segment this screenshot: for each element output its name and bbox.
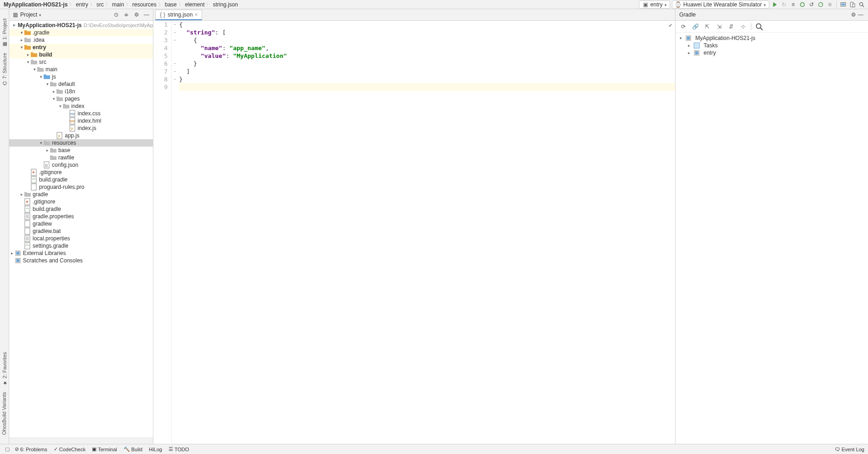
- status-terminal[interactable]: ▣Terminal: [92, 446, 117, 452]
- tool-window-project[interactable]: ▦1: Project: [1, 18, 7, 47]
- tree-arrow-icon[interactable]: ▸: [45, 148, 50, 153]
- tree-item[interactable]: .gitignore: [9, 198, 153, 205]
- tree-arrow-icon[interactable]: ▾: [39, 141, 43, 145]
- tree-arrow-icon[interactable]: ▾: [39, 74, 43, 79]
- gradle-item[interactable]: ▸entry: [678, 49, 865, 57]
- tree-item[interactable]: ▸base: [9, 147, 153, 154]
- tree-arrow-icon[interactable]: ▸: [19, 38, 24, 42]
- tree-item[interactable]: ▾.gradle: [9, 29, 153, 36]
- tree-item[interactable]: gradlew.bat: [9, 227, 153, 235]
- stop-icon[interactable]: [826, 1, 834, 8]
- tree-arrow-icon[interactable]: ▾: [32, 67, 37, 72]
- breadcrumb-item[interactable]: element: [184, 1, 206, 8]
- gradle-tree[interactable]: ▾MyApplication-HOS21-js▸Tasks▸entry: [676, 33, 868, 58]
- tool-window-structure[interactable]: ⌬7: Structure: [1, 53, 7, 85]
- tree-item[interactable]: ▸.idea: [9, 36, 153, 44]
- tree-item[interactable]: Scratches and Consoles: [9, 257, 153, 264]
- tree-item[interactable]: ▾resources: [9, 139, 153, 147]
- locate-icon[interactable]: ⊙: [113, 11, 120, 18]
- run-icon[interactable]: [771, 1, 778, 8]
- breadcrumb-item[interactable]: resources: [131, 1, 158, 8]
- tree-item[interactable]: ▸gradle: [9, 191, 153, 198]
- show-settings-icon[interactable]: ⇵: [726, 22, 736, 32]
- tree-arrow-icon[interactable]: ▸: [26, 52, 30, 57]
- tree-item[interactable]: ▸i18n: [9, 88, 153, 95]
- coverage-icon[interactable]: ≡: [789, 1, 797, 8]
- tree-item[interactable]: ▾index: [9, 102, 153, 110]
- search-icon[interactable]: [858, 1, 865, 8]
- settings-icon[interactable]: ⚙: [850, 11, 857, 18]
- breadcrumb-item[interactable]: main: [111, 1, 125, 8]
- breadcrumb-item[interactable]: src: [96, 1, 105, 8]
- gradle-item[interactable]: ▸Tasks: [678, 42, 865, 49]
- tree-item[interactable]: gradlew: [9, 220, 153, 227]
- tree-item[interactable]: .gitignore: [9, 169, 153, 176]
- debug-run-icon[interactable]: ↻: [780, 1, 788, 8]
- tree-arrow-icon[interactable]: ▸: [10, 251, 14, 255]
- hide-icon[interactable]: —: [857, 11, 864, 18]
- breadcrumb-item[interactable]: string.json: [212, 1, 239, 8]
- close-icon[interactable]: ×: [195, 11, 198, 18]
- tree-arrow-icon[interactable]: ▾: [45, 82, 50, 86]
- search-icon[interactable]: [754, 22, 764, 32]
- tree-item[interactable]: hmlindex.hml: [9, 117, 153, 125]
- tree-arrow-icon[interactable]: ▾: [58, 104, 62, 108]
- tree-item[interactable]: jsindex.js: [9, 125, 153, 132]
- gradle-root[interactable]: ▾MyApplication-HOS21-js: [678, 34, 865, 42]
- code-content[interactable]: { "string": [ { "name": "app_name", "val…: [178, 21, 675, 444]
- tree-item[interactable]: {}config.json: [9, 161, 153, 169]
- tool-windows-icon[interactable]: ▢: [4, 446, 11, 453]
- breadcrumb-item[interactable]: entry: [75, 1, 89, 8]
- tree-item[interactable]: ▾entry: [9, 44, 153, 51]
- tree-item[interactable]: rawfile: [9, 154, 153, 161]
- collapse-all-icon[interactable]: ⇲: [714, 22, 724, 32]
- tree-item[interactable]: ▾default: [9, 80, 153, 88]
- status-event-log[interactable]: 🗨Event Log: [835, 447, 864, 452]
- refresh-icon[interactable]: ⟳: [678, 22, 688, 32]
- tree-item[interactable]: ▸build: [9, 51, 153, 58]
- tree-arrow-icon[interactable]: ▸: [19, 192, 24, 197]
- tree-item[interactable]: build.gradle: [9, 176, 153, 183]
- tree-item[interactable]: proguard-rules.pro: [9, 183, 153, 191]
- editor-tab-string-json[interactable]: { } string.json ×: [155, 10, 202, 20]
- tool-window-favorites[interactable]: ★2: Favorites: [1, 352, 7, 386]
- tree-item[interactable]: ▾MyApplication-HOS21-jsD:\DevEcoStudio\p…: [9, 22, 153, 29]
- status-build[interactable]: 🔨Build: [124, 446, 142, 452]
- attach-icon[interactable]: [817, 1, 824, 8]
- chevron-down-icon[interactable]: [39, 11, 41, 18]
- tree-arrow-icon[interactable]: ▾: [19, 30, 24, 35]
- project-tree[interactable]: ▾MyApplication-HOS21-jsD:\DevEcoStudio\p…: [9, 21, 153, 437]
- tree-arrow-icon[interactable]: ▾: [19, 45, 24, 50]
- debug-icon[interactable]: [799, 1, 806, 8]
- tree-item[interactable]: jsapp.js: [9, 132, 153, 139]
- tree-arrow-icon[interactable]: ▸: [51, 89, 56, 94]
- tree-item[interactable]: ▾src: [9, 58, 153, 66]
- tree-item[interactable]: local.properties: [9, 235, 153, 242]
- tree-item[interactable]: build.gradle: [9, 205, 153, 213]
- tool-window-variants[interactable]: OhosBuild Variants: [1, 392, 7, 435]
- tree-arrow-icon[interactable]: ▾: [51, 96, 56, 101]
- status-problems[interactable]: ⊘6: Problems: [15, 446, 47, 452]
- expand-all-icon[interactable]: ⇱: [702, 22, 712, 32]
- device-manager-icon[interactable]: [849, 1, 856, 8]
- link-project-icon[interactable]: 🔗: [690, 22, 700, 32]
- inspection-checkmark-icon[interactable]: ✔: [669, 22, 672, 28]
- settings-icon[interactable]: ⚙: [133, 11, 140, 18]
- module-selector[interactable]: ▣ entry: [639, 0, 670, 9]
- tree-item[interactable]: ▾pages: [9, 95, 153, 102]
- status-codecheck[interactable]: ✓CodeCheck: [54, 446, 85, 452]
- breadcrumb-item[interactable]: MyApplication-HOS21-js: [3, 1, 68, 8]
- breadcrumb-item[interactable]: base: [164, 1, 178, 8]
- status-hilog[interactable]: HiLog: [149, 446, 162, 452]
- hide-icon[interactable]: —: [143, 11, 150, 18]
- tree-item[interactable]: ▾js: [9, 73, 153, 80]
- tree-item[interactable]: cssindex.css: [9, 110, 153, 117]
- fold-gutter[interactable]: −−−−−−: [172, 21, 178, 444]
- toggle-offline-icon[interactable]: ⊹: [738, 22, 748, 32]
- previewer-icon[interactable]: [840, 1, 847, 8]
- tree-item[interactable]: ▾main: [9, 66, 153, 73]
- tree-item[interactable]: gradle.properties: [9, 213, 153, 220]
- collapse-icon[interactable]: ≑: [123, 11, 130, 18]
- editor-body[interactable]: 123456789 −−−−−− { "string": [ { "name":…: [153, 21, 675, 444]
- tree-item[interactable]: ▸External Libraries: [9, 250, 153, 257]
